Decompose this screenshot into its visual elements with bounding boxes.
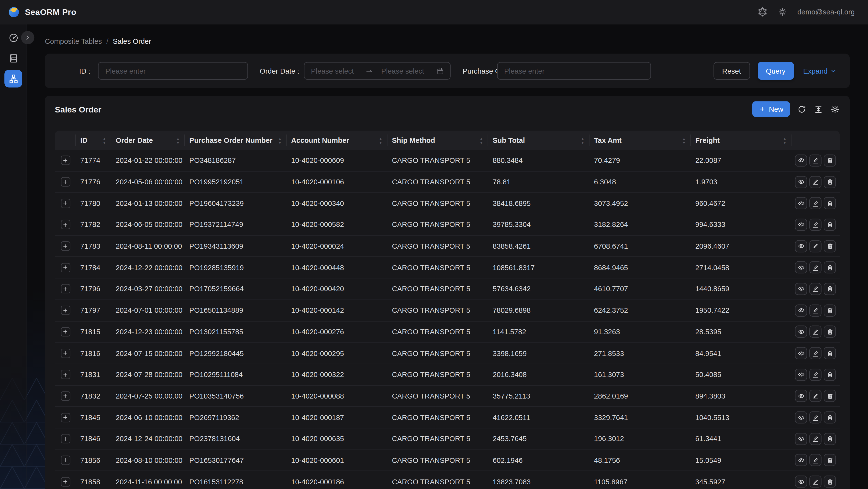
reload-button[interactable]	[797, 104, 806, 114]
edit-button[interactable]	[809, 476, 822, 488]
delete-button[interactable]	[824, 368, 836, 381]
delete-button[interactable]	[824, 411, 836, 424]
edit-button[interactable]	[809, 347, 822, 359]
plus-icon	[63, 201, 68, 206]
row-density-button[interactable]	[814, 104, 823, 114]
delete-button[interactable]	[824, 262, 836, 274]
sidebar-item-raw-tables[interactable]	[4, 49, 22, 67]
table-settings-button[interactable]	[830, 104, 840, 114]
view-button[interactable]	[795, 304, 807, 316]
row-expand-button[interactable]	[61, 284, 70, 294]
row-expand-button[interactable]	[61, 156, 70, 165]
row-expand-button[interactable]	[61, 434, 70, 444]
edit-button[interactable]	[809, 304, 822, 316]
sidebar-item-dashboard[interactable]	[4, 29, 22, 47]
edit-button[interactable]	[809, 283, 822, 295]
row-expand-button[interactable]	[61, 241, 70, 251]
edit-button[interactable]	[809, 411, 822, 424]
delete-button[interactable]	[824, 154, 836, 166]
delete-button[interactable]	[824, 197, 836, 209]
row-expand-button[interactable]	[61, 370, 70, 379]
graphql-button[interactable]	[757, 7, 768, 17]
delete-button[interactable]	[824, 283, 836, 295]
view-button[interactable]	[795, 390, 807, 402]
view-button[interactable]	[795, 283, 807, 295]
sidebar-item-composite-tables[interactable]	[4, 70, 22, 87]
view-button[interactable]	[795, 476, 807, 488]
edit-button[interactable]	[809, 454, 822, 466]
view-button[interactable]	[795, 347, 807, 359]
row-expand-button[interactable]	[61, 177, 70, 187]
view-button[interactable]	[795, 197, 807, 209]
view-button[interactable]	[795, 326, 807, 338]
date-end-input[interactable]	[375, 63, 434, 79]
header-order-date[interactable]: Order Date	[111, 130, 185, 150]
view-button[interactable]	[795, 240, 807, 252]
view-button[interactable]	[795, 411, 807, 424]
delete-button[interactable]	[824, 240, 836, 252]
reset-button[interactable]: Reset	[713, 62, 750, 80]
edit-button[interactable]	[809, 154, 822, 166]
header-freight[interactable]: Freight	[691, 130, 792, 150]
header-tax-amt[interactable]: Tax Amt	[590, 130, 691, 150]
sorter-icon	[278, 137, 282, 144]
row-expand-button[interactable]	[61, 306, 70, 315]
edit-button[interactable]	[809, 368, 822, 381]
delete-button[interactable]	[824, 390, 836, 402]
row-expand-button[interactable]	[61, 477, 70, 486]
row-expand-button[interactable]	[61, 348, 70, 358]
cell-actions	[792, 433, 840, 445]
row-expand-button[interactable]	[61, 263, 70, 272]
edit-button[interactable]	[809, 176, 822, 188]
breadcrumb-section[interactable]: Composite Tables	[45, 37, 102, 45]
header-ship-method[interactable]: Ship Method	[388, 130, 488, 150]
filter-id-input[interactable]	[98, 62, 248, 80]
cell-actions	[792, 240, 840, 252]
header-account-number[interactable]: Account Number	[287, 130, 388, 150]
row-expand-button[interactable]	[61, 456, 70, 465]
edit-button[interactable]	[809, 326, 822, 338]
row-expand-button[interactable]	[61, 327, 70, 336]
delete-button[interactable]	[824, 454, 836, 466]
filter-purchase-order-input[interactable]	[497, 62, 651, 80]
view-button[interactable]	[795, 454, 807, 466]
edit-button[interactable]	[809, 390, 822, 402]
query-button[interactable]: Query	[757, 62, 794, 80]
row-expand-button[interactable]	[61, 198, 70, 208]
expand-filters-link[interactable]: Expand	[803, 67, 836, 75]
view-button[interactable]	[795, 433, 807, 445]
view-button[interactable]	[795, 368, 807, 381]
date-start-input[interactable]	[304, 63, 364, 79]
edit-button[interactable]	[809, 197, 822, 209]
delete-button[interactable]	[824, 304, 836, 316]
view-button[interactable]	[795, 219, 807, 231]
delete-button[interactable]	[824, 326, 836, 338]
sidebar-collapse-button[interactable]	[21, 31, 34, 44]
delete-button[interactable]	[824, 219, 836, 231]
delete-button[interactable]	[824, 433, 836, 445]
edit-icon	[812, 392, 819, 399]
cell-purchase-order-number: PO19372114749	[185, 220, 287, 229]
view-button[interactable]	[795, 176, 807, 188]
edit-button[interactable]	[809, 219, 822, 231]
row-expand-button[interactable]	[61, 413, 70, 422]
filter-date-range-picker[interactable]	[304, 62, 451, 80]
new-record-button[interactable]: New	[752, 101, 790, 117]
user-email[interactable]: demo@sea-ql.org	[797, 8, 855, 16]
delete-button[interactable]	[824, 176, 836, 188]
delete-button[interactable]	[824, 347, 836, 359]
trash-icon	[826, 414, 833, 421]
row-expand-button[interactable]	[61, 220, 70, 230]
view-button[interactable]	[795, 262, 807, 274]
edit-button[interactable]	[809, 262, 822, 274]
edit-button[interactable]	[809, 433, 822, 445]
header-sub-total[interactable]: Sub Total	[488, 130, 590, 150]
view-button[interactable]	[795, 154, 807, 166]
header-id[interactable]: ID	[76, 130, 111, 150]
header-purchase-order-number[interactable]: Purchase Order Number	[185, 130, 287, 150]
cell-purchase-order-number: PO13021155785	[185, 328, 287, 336]
theme-toggle-button[interactable]	[778, 7, 788, 17]
delete-button[interactable]	[824, 476, 836, 488]
edit-button[interactable]	[809, 240, 822, 252]
row-expand-button[interactable]	[61, 391, 70, 400]
